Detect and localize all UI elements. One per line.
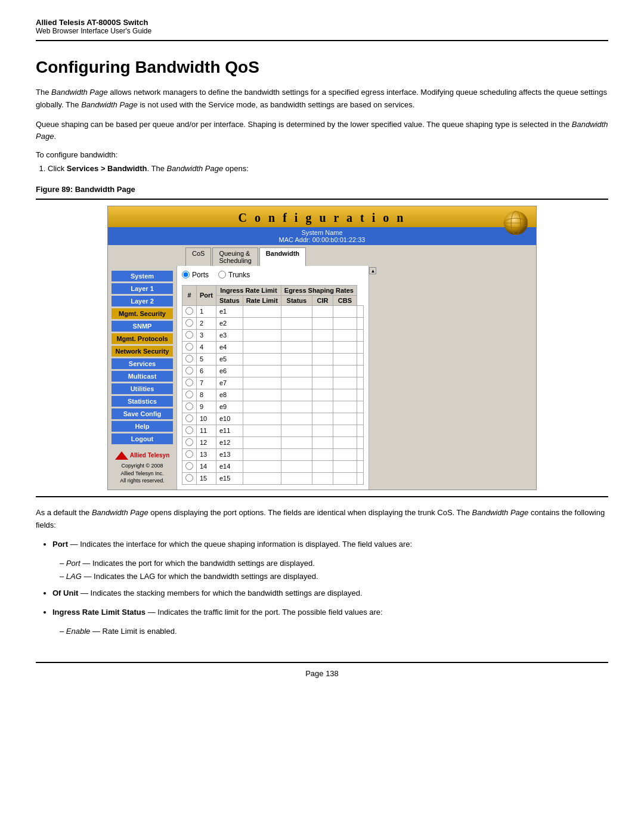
port-radio-1[interactable] (185, 307, 193, 315)
dash-lag-item: LAG — Indicates the LAG for which the ba… (60, 570, 608, 583)
table-row: 11 e11 (182, 425, 364, 436)
row-num-cell: 11 (197, 425, 216, 436)
sidebar-item-multicast[interactable]: Multicast (112, 371, 173, 382)
row-radio-cell[interactable] (182, 389, 197, 401)
row-radio-cell[interactable] (182, 425, 197, 436)
port-radio-13[interactable] (185, 450, 193, 458)
logo-triangle-icon (115, 451, 128, 460)
sidebar-item-statistics[interactable]: Statistics (112, 396, 173, 407)
sidebar-item-mgmt-security[interactable]: Mgmt. Security (112, 308, 173, 319)
sidebar-item-help[interactable]: Help (112, 421, 173, 432)
row-num-cell: 12 (197, 436, 216, 448)
row-port-cell: e1 (216, 305, 243, 317)
row-radio-cell[interactable] (182, 353, 197, 365)
port-radio-9[interactable] (185, 402, 193, 410)
row-radio-cell[interactable] (182, 401, 197, 413)
port-radio-11[interactable] (185, 426, 193, 434)
sidebar-item-utilities[interactable]: Utilities (112, 383, 173, 394)
radio-ports-input[interactable] (182, 271, 190, 278)
sidebar-item-layer2[interactable]: Layer 2 (112, 296, 173, 306)
sidebar-item-logout[interactable]: Logout (112, 433, 173, 444)
row-egress-status (312, 317, 333, 329)
row-cir (333, 472, 357, 484)
row-radio-cell[interactable] (182, 460, 197, 472)
col-hash: # (182, 285, 197, 305)
row-num-cell: 10 (197, 413, 216, 425)
table-row: 3 e3 (182, 329, 364, 341)
tab-bandwidth[interactable]: Bandwidth (259, 247, 306, 266)
row-radio-cell[interactable] (182, 329, 197, 341)
bullet-port: Port — Indicates the interface for which… (52, 538, 608, 551)
row-cbs (357, 317, 363, 329)
port-radio-6[interactable] (185, 367, 193, 374)
browser-simulation: C o n f i g u r a t i o n System Name (107, 206, 537, 490)
radio-trunks[interactable]: Trunks (218, 271, 250, 279)
chapter-title: Configuring Bandwidth QoS (36, 58, 608, 77)
row-radio-cell[interactable] (182, 448, 197, 460)
port-radio-15[interactable] (185, 474, 193, 482)
step-1: Click Services > Bandwidth. The Bandwidt… (48, 163, 608, 175)
row-radio-cell[interactable] (182, 365, 197, 377)
row-port-cell: e12 (216, 436, 243, 448)
sidebar-item-mgmt-protocols[interactable]: Mgmt. Protocols (112, 333, 173, 344)
row-rate-limit (281, 305, 312, 317)
row-num-cell: 4 (197, 341, 216, 353)
scrollbar[interactable]: ▲ (369, 266, 377, 490)
radio-ports[interactable]: Ports (182, 271, 209, 279)
allied-logo-sphere (503, 210, 529, 236)
page-footer: Page 138 (36, 662, 608, 678)
row-radio-cell[interactable] (182, 377, 197, 389)
scroll-up-button[interactable]: ▲ (369, 267, 376, 274)
port-radio-14[interactable] (185, 462, 193, 470)
row-ingress-status (243, 365, 281, 377)
row-radio-cell[interactable] (182, 472, 197, 484)
table-row: 1 e1 (182, 305, 364, 317)
sidebar-item-snmp[interactable]: SNMP (112, 321, 173, 332)
col-port: Port (197, 285, 216, 305)
tab-queuing[interactable]: Queuing &Scheduling (212, 247, 258, 266)
table-row: 2 e2 (182, 317, 364, 329)
sidebar-item-layer1[interactable]: Layer 1 (112, 283, 173, 294)
row-radio-cell[interactable] (182, 436, 197, 448)
row-egress-status (312, 401, 333, 413)
radio-trunks-input[interactable] (218, 271, 226, 278)
sidebar-item-services[interactable]: Services (112, 358, 173, 369)
row-num-cell: 3 (197, 329, 216, 341)
row-cir (333, 448, 357, 460)
row-radio-cell[interactable] (182, 413, 197, 425)
port-radio-4[interactable] (185, 343, 193, 351)
port-radio-12[interactable] (185, 438, 193, 446)
row-num-cell: 13 (197, 448, 216, 460)
row-cir (333, 353, 357, 365)
table-row: 13 e13 (182, 448, 364, 460)
row-ingress-status (243, 401, 281, 413)
radio-ports-label: Ports (192, 271, 209, 279)
sidebar-item-save-config[interactable]: Save Config (112, 408, 173, 419)
nav-tabs-row: CoS Queuing &Scheduling Bandwidth (108, 245, 536, 266)
sidebar-item-network-security[interactable]: Network Security (112, 346, 173, 357)
tab-cos[interactable]: CoS (185, 247, 211, 266)
row-radio-cell[interactable] (182, 305, 197, 317)
port-radio-8[interactable] (185, 391, 193, 398)
intro-paragraph-1: The Bandwidth Page allows network manage… (36, 86, 608, 112)
row-cbs (357, 472, 363, 484)
port-radio-7[interactable] (185, 379, 193, 386)
row-egress-status (312, 472, 333, 484)
row-rate-limit (281, 377, 312, 389)
port-radio-2[interactable] (185, 319, 193, 327)
figure-caption: Figure 89: Bandwidth Page (36, 185, 608, 194)
row-radio-cell[interactable] (182, 317, 197, 329)
port-radio-10[interactable] (185, 414, 193, 422)
logo-text: Allied Telesyn (130, 452, 170, 459)
row-port-cell: e15 (216, 472, 243, 484)
table-row: 6 e6 (182, 365, 364, 377)
dash-list-enable: Enable — Rate Limit is enabled. (60, 625, 608, 638)
sidebar-item-system[interactable]: System (112, 271, 173, 281)
page-number: Page 138 (305, 669, 339, 678)
port-radio-5[interactable] (185, 355, 193, 363)
row-port-cell: e11 (216, 425, 243, 436)
port-radio-3[interactable] (185, 331, 193, 339)
row-port-cell: e14 (216, 460, 243, 472)
table-row: 9 e9 (182, 401, 364, 413)
row-radio-cell[interactable] (182, 341, 197, 353)
